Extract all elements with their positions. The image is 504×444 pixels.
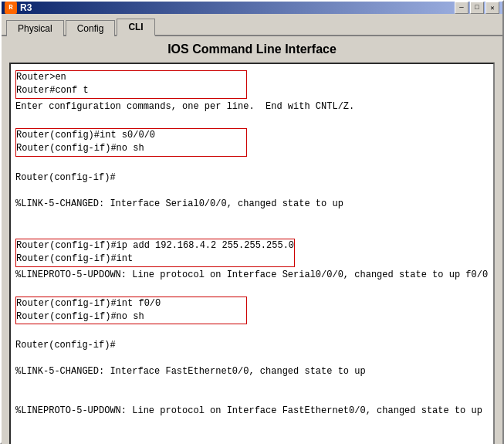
title-bar: R R3 ─ □ ✕	[2, 2, 502, 14]
tab-physical[interactable]: Physical	[6, 20, 64, 36]
terminal-scroll[interactable]: Router>en Router#conf t Enter configurat…	[11, 64, 493, 444]
window-title: R3	[20, 2, 32, 13]
tab-bar: Physical Config CLI	[2, 14, 502, 36]
page-title: IOS Command Line Interface	[9, 42, 495, 56]
title-bar-buttons: ─ □ ✕	[455, 2, 499, 14]
main-content: IOS Command Line Interface Router>en Rou…	[2, 36, 502, 444]
terminal-container: Router>en Router#conf t Enter configurat…	[9, 63, 495, 444]
close-button[interactable]: ✕	[485, 2, 499, 14]
terminal-text: Router>en Router#conf t Enter configurat…	[15, 69, 489, 444]
title-bar-left: R R3	[5, 2, 32, 14]
minimize-button[interactable]: ─	[455, 2, 468, 14]
main-window: R R3 ─ □ ✕ Physical Config CLI IOS Comma…	[0, 0, 504, 444]
tab-config[interactable]: Config	[66, 20, 116, 36]
maximize-button[interactable]: □	[470, 2, 484, 14]
tab-cli[interactable]: CLI	[117, 19, 154, 36]
app-icon: R	[5, 2, 17, 14]
